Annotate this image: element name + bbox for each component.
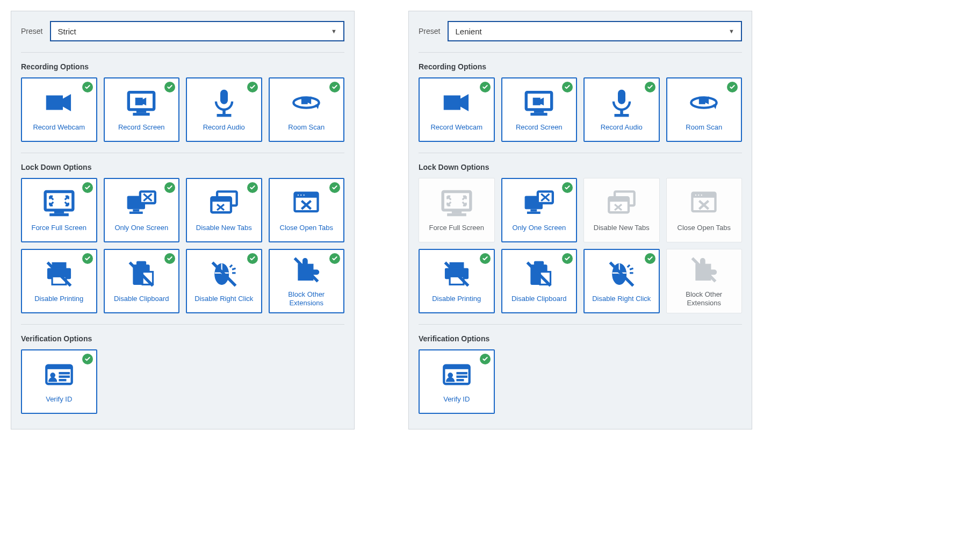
tile-grid: Record WebcamRecord ScreenRecord AudioRo… (419, 77, 742, 153)
check-icon (247, 182, 258, 193)
option-tile-only-one-screen[interactable]: Only One Screen (501, 178, 578, 242)
room-scan-icon (687, 88, 721, 118)
monitor-cam-icon (124, 88, 158, 118)
tile-label: Force Full Screen (31, 224, 87, 232)
no-print-icon (42, 259, 76, 289)
section-verification: Verification Options Verify ID (419, 334, 742, 414)
option-tile-disable-new-tabs[interactable]: Disable New Tabs (583, 178, 660, 242)
tile-grid: Force Full ScreenOnly One ScreenDisable … (21, 178, 344, 325)
check-icon (480, 354, 491, 364)
option-tile-disable-clipboard[interactable]: Disable Clipboard (501, 249, 578, 313)
tile-label: Force Full Screen (429, 224, 484, 232)
tile-label: Record Screen (118, 123, 165, 132)
tile-label: Disable Clipboard (114, 295, 169, 303)
section-verification: Verification Options Verify ID (21, 334, 344, 414)
section-lockdown: Lock Down Options Force Full ScreenOnly … (419, 163, 742, 325)
check-icon (562, 182, 573, 193)
one-screen-icon (522, 188, 556, 218)
section-title: Verification Options (21, 334, 344, 343)
section-recording: Recording Options Record WebcamRecord Sc… (419, 62, 742, 153)
preset-value: Lenient (455, 27, 481, 36)
option-tile-disable-new-tabs[interactable]: Disable New Tabs (186, 178, 262, 242)
check-icon (164, 253, 175, 264)
monitor-cam-icon (522, 88, 556, 118)
preset-select[interactable]: Lenient ▼ (448, 21, 742, 41)
no-new-tabs-icon (207, 188, 241, 218)
option-tile-close-open-tabs[interactable]: Close Open Tabs (666, 178, 743, 242)
option-tile-record-screen[interactable]: Record Screen (501, 77, 578, 142)
check-icon (82, 253, 93, 264)
tile-label: Verify ID (443, 395, 470, 404)
tile-label: Close Open Tabs (280, 224, 334, 232)
check-icon (82, 82, 93, 92)
check-icon (329, 82, 340, 92)
preset-label: Preset (21, 27, 42, 35)
fullscreen-icon (42, 188, 76, 218)
tile-grid: Verify ID (419, 349, 742, 414)
section-lockdown: Lock Down Options Force Full ScreenOnly … (21, 163, 344, 325)
option-tile-disable-clipboard[interactable]: Disable Clipboard (104, 249, 180, 313)
option-tile-disable-right-click[interactable]: Disable Right Click (186, 249, 262, 313)
section-title: Verification Options (419, 334, 742, 343)
mic-icon (207, 88, 241, 118)
section-title: Lock Down Options (21, 163, 344, 171)
tile-label: Record Screen (516, 123, 563, 132)
option-tile-force-full-screen[interactable]: Force Full Screen (419, 178, 495, 242)
room-scan-icon (289, 88, 323, 118)
close-tabs-icon (289, 188, 323, 218)
no-new-tabs-icon (604, 188, 639, 218)
no-print-icon (439, 259, 474, 289)
camera-icon (42, 88, 76, 118)
close-tabs-icon (687, 188, 721, 218)
option-tile-disable-printing[interactable]: Disable Printing (419, 249, 495, 313)
option-tile-force-full-screen[interactable]: Force Full Screen (21, 178, 97, 242)
one-screen-icon (124, 188, 158, 218)
option-tile-verify-id[interactable]: Verify ID (419, 349, 495, 414)
tile-label: Disable Printing (34, 295, 83, 303)
tile-label: Disable Printing (432, 295, 481, 303)
section-recording: Recording Options Record WebcamRecord Sc… (21, 62, 344, 153)
option-tile-record-screen[interactable]: Record Screen (104, 77, 180, 142)
tile-label: Record Audio (203, 123, 245, 132)
option-tile-record-audio[interactable]: Record Audio (186, 77, 262, 142)
option-tile-record-webcam[interactable]: Record Webcam (419, 77, 495, 142)
preset-value: Strict (57, 27, 76, 36)
no-right-click-icon (604, 259, 639, 289)
preset-row: Preset Lenient ▼ (419, 21, 742, 53)
option-tile-disable-right-click[interactable]: Disable Right Click (583, 249, 660, 313)
option-tile-record-webcam[interactable]: Record Webcam (21, 77, 97, 142)
tile-grid: Record WebcamRecord ScreenRecord AudioRo… (21, 77, 344, 153)
option-tile-only-one-screen[interactable]: Only One Screen (104, 178, 180, 242)
check-icon (164, 182, 175, 193)
option-tile-block-other-extensions[interactable]: Block Other Extensions (269, 249, 345, 313)
option-tile-verify-id[interactable]: Verify ID (21, 349, 97, 414)
option-tile-room-scan[interactable]: Room Scan (666, 77, 743, 142)
option-tile-record-audio[interactable]: Record Audio (583, 77, 660, 142)
tile-label: Record Audio (601, 123, 643, 132)
no-clipboard-icon (522, 259, 556, 289)
preset-row: Preset Strict ▼ (21, 21, 344, 53)
tile-label: Room Scan (686, 123, 722, 132)
check-icon (82, 182, 93, 193)
option-tile-block-other-extensions[interactable]: Block Other Extensions (666, 249, 743, 313)
check-icon (645, 253, 655, 264)
option-tile-disable-printing[interactable]: Disable Printing (21, 249, 97, 313)
check-icon (247, 253, 258, 264)
check-icon (727, 82, 738, 92)
tile-label: Disable Right Click (592, 295, 651, 303)
tile-label: Verify ID (46, 395, 72, 404)
check-icon (480, 82, 491, 92)
panel-strict: Preset Strict ▼ Recording Options Record… (11, 11, 355, 429)
section-title: Recording Options (21, 62, 344, 71)
tile-label: Disable Clipboard (511, 295, 567, 303)
check-icon (562, 82, 573, 92)
id-card-icon (439, 360, 474, 390)
option-tile-room-scan[interactable]: Room Scan (269, 77, 345, 142)
preset-select[interactable]: Strict ▼ (50, 21, 344, 41)
camera-icon (439, 88, 474, 118)
tile-grid: Verify ID (21, 349, 344, 414)
no-extensions-icon (289, 255, 323, 285)
option-tile-close-open-tabs[interactable]: Close Open Tabs (269, 178, 345, 242)
tile-label: Disable New Tabs (594, 224, 650, 232)
tile-label: Only One Screen (512, 224, 566, 232)
